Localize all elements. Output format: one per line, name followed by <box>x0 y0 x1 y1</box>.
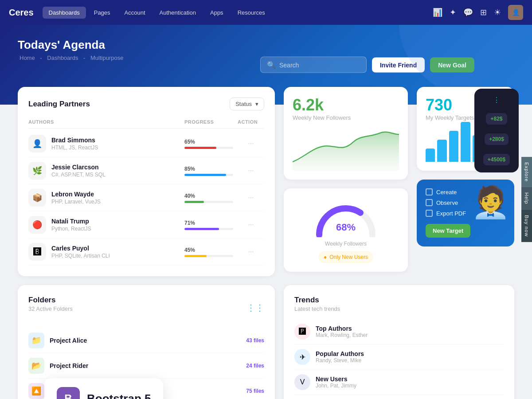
leading-partners-card: Leading Partners Status ▾ AUTHORS PROGRE… <box>18 87 275 276</box>
nav-dashboards[interactable]: Dashboards <box>43 7 86 19</box>
partner-info: 📦 Lebron Wayde PHP, Laravel, VueJS <box>28 189 184 207</box>
partner-name: Brad Simmons <box>51 137 98 144</box>
status-dropdown[interactable]: Status ▾ <box>230 98 264 110</box>
search-input[interactable] <box>279 61 360 68</box>
nav-account[interactable]: Account <box>118 7 152 19</box>
bar-item <box>426 149 435 162</box>
avatar[interactable]: 👤 <box>508 5 523 20</box>
folder-files: 75 files <box>246 388 264 394</box>
item-label: Cereate <box>436 189 457 196</box>
partner-info: 🔴 Natali Trump Python, ReactJS <box>28 216 184 234</box>
progress-label: 85% <box>184 166 233 172</box>
nav-links: Dashboards Pages Account Authentication … <box>43 7 271 19</box>
folders-title-group: Folders 32 Active Folders <box>28 296 73 319</box>
partner-skills: PHP, SQLite, Artisan CLI <box>51 253 110 259</box>
progress-bar-fill <box>184 201 204 203</box>
bootstrap-label: Bootstrap 5 <box>87 392 151 399</box>
action-menu[interactable]: ··· <box>238 248 264 256</box>
bar-item <box>461 122 470 162</box>
progress-label: 71% <box>184 220 233 226</box>
chevron-down-icon: ▾ <box>255 101 258 107</box>
progress-bar-bg <box>184 174 233 176</box>
list-item[interactable]: Observe <box>426 199 505 206</box>
nav-resources[interactable]: Resources <box>231 7 271 19</box>
col-authors: AUTHORS <box>28 119 184 125</box>
item-label: Export PDF <box>436 210 466 217</box>
folder-info: Project Alice <box>50 337 87 344</box>
nav-authentication[interactable]: Authentication <box>153 7 202 19</box>
trend-name: Popular Authors <box>316 350 364 357</box>
list-item[interactable]: Export PDF <box>426 210 505 217</box>
list-item[interactable]: 🅿 Top Authors Mark, Rowling, Esther <box>294 319 504 344</box>
more-dots-icon[interactable]: ⋮⋮ <box>246 302 264 313</box>
chart-icon[interactable]: 📊 <box>433 8 442 17</box>
new-target-button[interactable]: New Target <box>426 224 470 238</box>
action-menu[interactable]: ··· <box>238 221 264 229</box>
partner-details: Lebron Wayde PHP, Laravel, VueJS <box>51 191 101 205</box>
grid-icon[interactable]: ⊞ <box>480 8 487 17</box>
buy-now-label[interactable]: Buy now <box>521 210 532 242</box>
sparkle-icon[interactable]: ✦ <box>450 8 456 17</box>
folders-title: Folders <box>28 296 73 305</box>
list-item[interactable]: 📁 Project Alice 43 files <box>28 328 264 353</box>
trend-name: Top Authors <box>316 325 368 332</box>
trend-info: Top Authors Mark, Rowling, Esther <box>316 325 368 338</box>
brand: Ceres <box>9 8 34 18</box>
partner-avatar: 🔴 <box>28 216 46 234</box>
progress-cell: 45% <box>184 247 238 257</box>
followers-chart <box>293 126 399 171</box>
gauge-svg: 68% <box>310 197 381 237</box>
progress-cell: 71% <box>184 220 238 230</box>
stat-2: +280$ <box>485 133 509 145</box>
explore-label[interactable]: Explore <box>521 157 532 187</box>
followers-number: 6.2k <box>293 96 399 114</box>
partner-skills: PHP, Laravel, VueJS <box>51 199 101 205</box>
breadcrumb-dashboards[interactable]: Dashboards <box>47 55 78 61</box>
trend-icon: 🅿 <box>294 324 310 340</box>
bootstrap-overlay: B Bootstrap 5 <box>44 378 163 399</box>
progress-cell: 40% <box>184 193 238 203</box>
new-goal-button[interactable]: New Goal <box>430 57 474 72</box>
sun-icon[interactable]: ☀ <box>494 8 501 17</box>
bootstrap-icon: B <box>57 387 80 399</box>
progress-cell: 85% <box>184 166 238 176</box>
panel-dots: ⋮ <box>493 96 500 104</box>
folder-files: 24 files <box>246 363 264 369</box>
list-item[interactable]: V New Users John, Pat, Jimmy <box>294 370 504 395</box>
checkbox-icon <box>426 188 433 196</box>
list-item[interactable]: 📂 Project Rider 24 files <box>28 353 264 379</box>
folder-info: Project Rider <box>50 362 88 369</box>
partner-skills: C#, ASP.NET, MS SQL <box>51 172 106 178</box>
checkbox-icon <box>426 210 433 217</box>
partner-info: 🅱 Carles Puyol PHP, SQLite, Artisan CLI <box>28 243 184 261</box>
content-grid: Leading Partners Status ▾ AUTHORS PROGRE… <box>18 87 514 276</box>
trend-sub: Mark, Rowling, Esther <box>316 332 368 338</box>
breadcrumb-multipurpose[interactable]: Multipurpose <box>90 55 123 61</box>
header-actions: 🔍 Invite Friend New Goal <box>260 57 474 73</box>
action-menu[interactable]: ··· <box>238 167 264 175</box>
nav-pages[interactable]: Pages <box>88 7 117 19</box>
partner-avatar: 🌿 <box>28 162 46 180</box>
chat-icon[interactable]: 💬 <box>463 8 473 17</box>
partner-skills: HTML, JS, ReactJS <box>51 145 98 151</box>
nav-apps[interactable]: Apps <box>204 7 230 19</box>
search-bar: 🔍 <box>260 57 367 73</box>
page-title: Todays' Agenda <box>18 38 514 52</box>
action-menu[interactable]: ··· <box>238 140 264 148</box>
list-item[interactable]: Cereate <box>426 188 505 196</box>
partner-info: 🌿 Jessie Clarcson C#, ASP.NET, MS SQL <box>28 162 184 180</box>
table-header: AUTHORS PROGRESS ACTION <box>28 119 264 129</box>
trend-name: New Users <box>316 376 356 383</box>
action-menu[interactable]: ··· <box>238 194 264 202</box>
progress-label: 40% <box>184 193 233 199</box>
progress-bar-bg <box>184 228 233 230</box>
stat-1: +82$ <box>486 113 507 125</box>
bar-item <box>437 140 446 162</box>
help-label[interactable]: Help <box>521 187 532 210</box>
gauge-container: 68% Weekly Followers ● Only New Users <box>293 197 399 263</box>
invite-friend-button[interactable]: Invite Friend <box>372 57 425 72</box>
breadcrumb-home[interactable]: Home <box>20 55 35 61</box>
list-item[interactable]: ✈ Popular Authors Randy, Steve, Mike <box>294 344 504 370</box>
table-row: 🔴 Natali Trump Python, ReactJS 71% ··· <box>28 211 264 239</box>
blue-card: CereateObserveExport PDF New Target 🧑‍💼 <box>417 180 514 246</box>
